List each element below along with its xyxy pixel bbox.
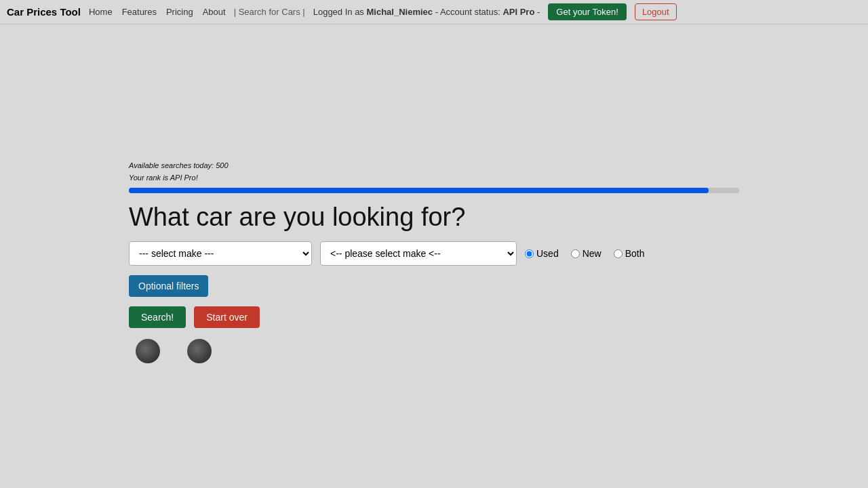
account-status-label: - Account status: <box>435 7 503 17</box>
radio-both[interactable] <box>614 249 623 258</box>
nav-brand: Car Prices Tool <box>7 6 81 18</box>
content-box: Available searches today: 500 Your rank … <box>129 160 739 363</box>
progress-bar-container <box>129 188 739 193</box>
username: Michal_Niemiec <box>367 7 433 17</box>
progress-bar-fill <box>129 188 709 193</box>
radio-both-text: Both <box>625 248 645 259</box>
nav-links: Home Features Pricing About <box>89 7 226 17</box>
nav-home[interactable]: Home <box>89 7 113 17</box>
select-model[interactable]: <-- please select make <-- <box>320 241 517 266</box>
navbar: Car Prices Tool Home Features Pricing Ab… <box>0 0 868 24</box>
loading-spinner-1 <box>136 339 160 363</box>
radio-group: Used New Both <box>525 248 645 259</box>
spinners-row <box>129 339 739 363</box>
nav-pricing[interactable]: Pricing <box>166 7 193 17</box>
optional-row: Optional filters <box>129 275 739 297</box>
nav-about[interactable]: About <box>203 7 226 17</box>
rank-info: Your rank is API Pro! <box>129 172 739 184</box>
search-heading: What car are you looking for? <box>129 203 739 232</box>
radio-new[interactable] <box>571 249 580 258</box>
select-make[interactable]: --- select make --- <box>129 241 312 266</box>
nav-separator: | Search for Cars | <box>234 7 305 17</box>
start-over-button[interactable]: Start over <box>194 306 260 328</box>
get-token-button[interactable]: Get your Token! <box>548 3 627 20</box>
main-content: Available searches today: 500 Your rank … <box>0 24 868 363</box>
radio-both-label[interactable]: Both <box>614 248 645 259</box>
account-plan: API Pro <box>502 7 534 17</box>
radio-new-label[interactable]: New <box>571 248 601 259</box>
radio-used-text: Used <box>536 248 559 259</box>
loading-spinner-2 <box>187 339 212 363</box>
action-row: Search! Start over <box>129 306 739 328</box>
radio-used[interactable] <box>525 249 534 258</box>
nav-features[interactable]: Features <box>122 7 157 17</box>
radio-new-text: New <box>583 248 601 259</box>
optional-filters-button[interactable]: Optional filters <box>129 275 208 297</box>
search-row: --- select make --- <-- please select ma… <box>129 241 739 266</box>
nav-user-info: Logged In as Michal_Niemiec - Account st… <box>313 7 540 17</box>
search-button[interactable]: Search! <box>129 306 186 328</box>
radio-used-label[interactable]: Used <box>525 248 559 259</box>
logged-in-label: Logged In as <box>313 7 364 17</box>
logout-button[interactable]: Logout <box>635 3 677 20</box>
available-searches: Available searches today: 500 <box>129 160 739 172</box>
